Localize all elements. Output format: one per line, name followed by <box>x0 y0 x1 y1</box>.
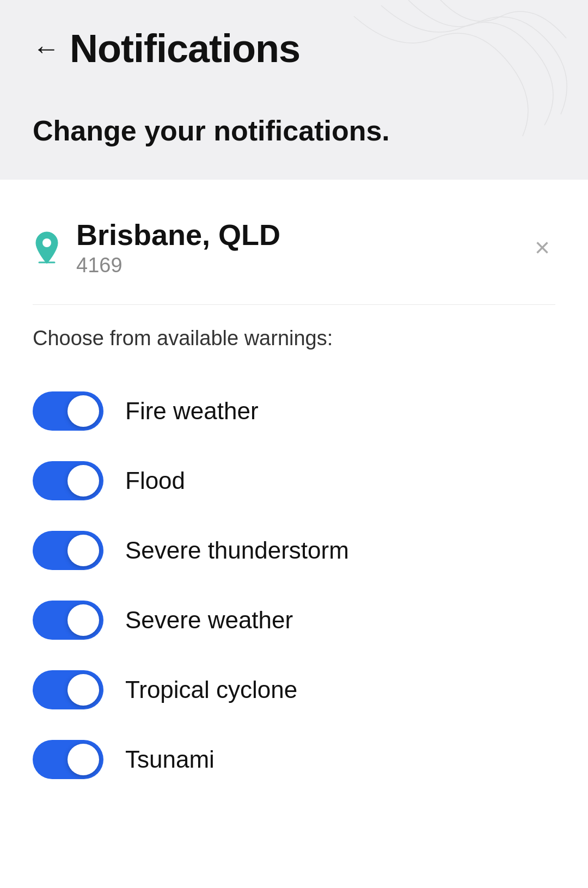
warning-item-fire-weather: Fire weather <box>33 376 555 446</box>
close-icon: × <box>535 235 550 261</box>
warning-label-flood: Flood <box>125 467 185 494</box>
location-pin-icon <box>33 231 61 265</box>
back-arrow-icon[interactable]: ← <box>33 35 60 62</box>
content-section: Brisbane, QLD 4169 × Choose from availab… <box>0 180 588 822</box>
back-row: ← Notifications <box>33 26 555 71</box>
warning-item-tsunami: Tsunami <box>33 725 555 794</box>
location-info: Brisbane, QLD 4169 <box>76 218 280 277</box>
toggle-flood[interactable] <box>33 461 103 500</box>
svg-point-0 <box>42 238 51 247</box>
warning-label-severe-thunderstorm: Severe thunderstorm <box>125 537 349 564</box>
location-row: Brisbane, QLD 4169 × <box>33 207 555 293</box>
toggle-tsunami[interactable] <box>33 740 103 779</box>
page-subtitle: Change your notifications. <box>33 114 555 147</box>
warning-item-flood: Flood <box>33 446 555 516</box>
choose-label: Choose from available warnings: <box>33 327 555 350</box>
warning-label-severe-weather: Severe weather <box>125 607 293 634</box>
warning-label-tropical-cyclone: Tropical cyclone <box>125 676 297 703</box>
warning-label-fire-weather: Fire weather <box>125 397 259 425</box>
toggle-severe-thunderstorm[interactable] <box>33 531 103 570</box>
page-title: Notifications <box>70 26 300 71</box>
header-section: ← Notifications Change your notification… <box>0 0 588 180</box>
close-location-button[interactable]: × <box>529 229 555 266</box>
warning-item-severe-weather: Severe weather <box>33 585 555 655</box>
divider <box>33 304 555 305</box>
warning-item-tropical-cyclone: Tropical cyclone <box>33 655 555 725</box>
location-name: Brisbane, QLD <box>76 218 280 252</box>
toggle-tropical-cyclone[interactable] <box>33 670 103 709</box>
toggle-fire-weather[interactable] <box>33 391 103 431</box>
warning-item-severe-thunderstorm: Severe thunderstorm <box>33 516 555 585</box>
warning-list: Fire weather Flood Severe thunderstorm <box>33 376 555 794</box>
warning-label-tsunami: Tsunami <box>125 746 215 773</box>
toggle-severe-weather[interactable] <box>33 601 103 640</box>
location-postcode: 4169 <box>76 254 280 277</box>
location-left: Brisbane, QLD 4169 <box>33 218 280 277</box>
